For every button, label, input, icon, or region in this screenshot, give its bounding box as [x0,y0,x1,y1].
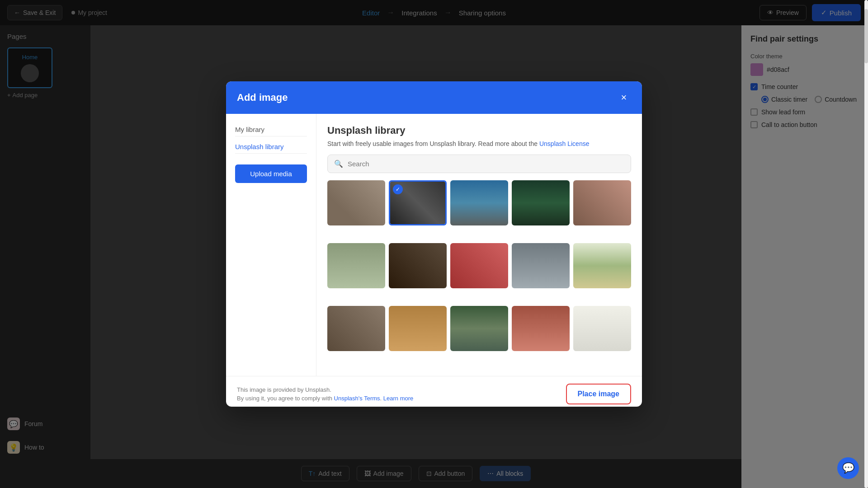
modal-title: Add image [237,92,288,103]
image-cell-9[interactable] [512,243,570,288]
image-cell-15[interactable] [573,306,631,351]
unsplash-library-link[interactable]: Unsplash library [235,140,307,154]
image-cell-4[interactable] [512,180,570,225]
image-cell-11[interactable] [327,306,385,351]
image-cell-5[interactable] [573,180,631,225]
search-bar: 🔍 [327,155,631,173]
add-image-modal: Add image × My library Unsplash library … [226,81,642,407]
modal-content: Unsplash library Start with freely usabl… [316,114,642,376]
image-cell-3[interactable] [450,180,508,225]
image-cell-6[interactable] [327,243,385,288]
image-cell-13[interactable] [450,306,508,351]
image-cell-8[interactable] [450,243,508,288]
image-cell-7[interactable] [389,243,447,288]
modal-overlay: Add image × My library Unsplash library … [0,0,868,488]
footer-line1: This image is provided by Unsplash. [237,386,331,393]
modal-body: My library Unsplash library Upload media… [226,114,642,376]
unsplash-terms-link[interactable]: Unsplash's Terms [334,395,380,402]
image-cell-14[interactable] [512,306,570,351]
selected-check-badge: ✓ [393,184,403,194]
place-image-button[interactable]: Place image [566,384,632,404]
chat-icon: 💬 [842,462,854,474]
modal-sidebar: My library Unsplash library Upload media [226,114,316,376]
search-input[interactable] [348,160,624,168]
content-desc: Start with freely usable images from Uns… [327,140,631,147]
unsplash-license-link[interactable]: Unsplash License [539,140,590,147]
chat-bubble-button[interactable]: 💬 [837,457,859,479]
content-title: Unsplash library [327,125,631,136]
image-grid-area: ✓ [327,180,631,365]
modal-header: Add image × [226,81,642,114]
image-cell-1[interactable] [327,180,385,225]
upload-media-button[interactable]: Upload media [235,164,307,183]
modal-close-button[interactable]: × [617,90,631,105]
learn-more-link[interactable]: Learn more [383,395,413,402]
image-cell-10[interactable] [573,243,631,288]
content-desc-text: Start with freely usable images from Uns… [327,140,539,147]
search-icon: 🔍 [334,160,343,168]
image-grid: ✓ [327,180,631,365]
footer-text: This image is provided by Unsplash. By u… [237,385,413,403]
my-library-link[interactable]: My library [235,123,307,136]
image-cell-12[interactable] [389,306,447,351]
footer-line2: By using it, you agree to comply with [237,395,334,402]
image-cell-2[interactable]: ✓ [389,180,447,225]
modal-footer: This image is provided by Unsplash. By u… [226,376,642,407]
